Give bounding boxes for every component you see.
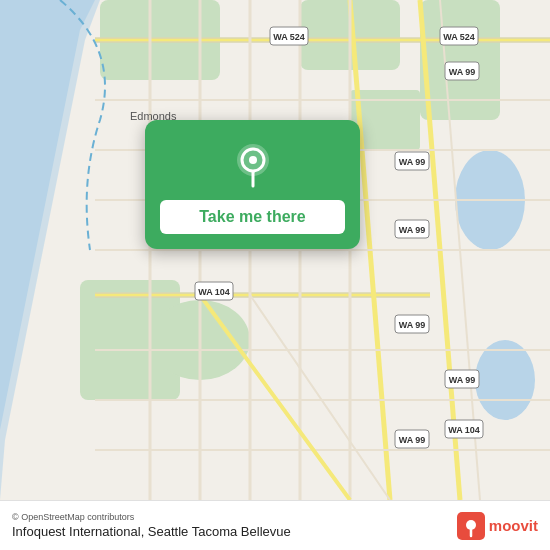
svg-text:WA 99: WA 99 xyxy=(449,67,476,77)
map-pin-icon xyxy=(228,140,278,190)
svg-text:WA 104: WA 104 xyxy=(448,425,480,435)
svg-text:WA 104: WA 104 xyxy=(198,287,230,297)
moovit-icon xyxy=(457,512,485,540)
attribution-text: © OpenStreetMap contributors xyxy=(12,512,291,522)
location-card: Take me there xyxy=(145,120,360,249)
take-me-there-button[interactable]: Take me there xyxy=(160,200,345,234)
svg-text:WA 99: WA 99 xyxy=(449,375,476,385)
svg-point-54 xyxy=(249,156,257,164)
svg-text:WA 99: WA 99 xyxy=(399,320,426,330)
moovit-logo[interactable]: moovit xyxy=(457,512,538,540)
svg-point-1 xyxy=(475,340,535,420)
svg-line-29 xyxy=(200,295,350,500)
svg-text:WA 99: WA 99 xyxy=(399,225,426,235)
svg-text:WA 524: WA 524 xyxy=(443,32,475,42)
svg-rect-5 xyxy=(420,0,500,120)
bottom-left: © OpenStreetMap contributors Infoquest I… xyxy=(12,512,291,539)
map-container: Edmonds WA 524 WA 524 WA 99 WA 99 WA 99 … xyxy=(0,0,550,500)
svg-text:WA 99: WA 99 xyxy=(399,157,426,167)
svg-text:WA 99: WA 99 xyxy=(399,435,426,445)
svg-point-56 xyxy=(466,520,476,530)
svg-line-30 xyxy=(250,295,390,500)
moovit-text: moovit xyxy=(489,517,538,534)
location-name: Infoquest International, Seattle Tacoma … xyxy=(12,524,291,539)
svg-text:WA 524: WA 524 xyxy=(273,32,305,42)
bottom-bar: © OpenStreetMap contributors Infoquest I… xyxy=(0,500,550,550)
